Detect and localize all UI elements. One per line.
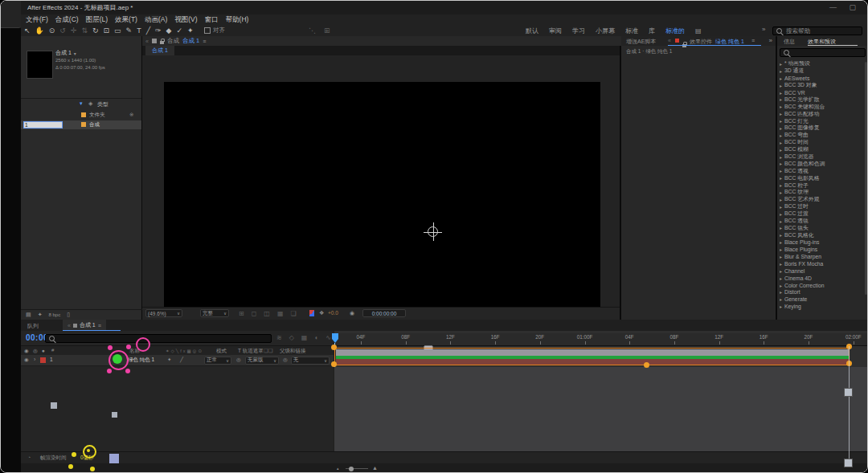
panel-chevron-icon[interactable]: « xyxy=(668,38,671,43)
trkmat-dropdown[interactable]: 无蒙版 ∨ xyxy=(245,357,279,365)
effect-category-row[interactable]: ▸Color Correction xyxy=(780,282,863,289)
timecode-display[interactable]: 0:00:00:00 xyxy=(362,309,406,317)
selection-handle[interactable] xyxy=(644,362,649,368)
graph-editor-icon[interactable]: ∿ xyxy=(326,332,331,344)
layer-row[interactable]: ◉ › 1 绿色 纯色 1 ✦ ╱ 正常 ∨ ◎ 无蒙版 ∨ ◎ 无 xyxy=(21,355,334,366)
menu-item[interactable]: 动画(A) xyxy=(145,15,167,25)
disclosure-icon[interactable]: ▸ xyxy=(780,239,782,245)
project-row-comp[interactable]: 合成 xyxy=(21,120,141,129)
sort-arrow-icon[interactable]: ▾ xyxy=(80,100,83,107)
disclosure-icon[interactable]: ▸ xyxy=(780,261,782,267)
comp-viewer-tab[interactable]: 合成 1 xyxy=(145,46,174,55)
rename-input[interactable] xyxy=(23,121,63,128)
effect-category-row[interactable]: ▸BCC 3D 对象 xyxy=(780,82,863,89)
clone-stamp-tool[interactable]: ✑ xyxy=(155,25,162,36)
disclosure-icon[interactable]: ▸ xyxy=(780,104,782,109)
magnification-dropdown[interactable]: (49.6%) ∨ xyxy=(145,309,182,317)
effect-category-row[interactable]: ▸Generate xyxy=(780,296,863,303)
workspace-tab[interactable]: 审阅 xyxy=(549,27,562,35)
puppet-pin-tool[interactable]: ✦ xyxy=(187,25,194,36)
type-column-header[interactable]: 类型 xyxy=(97,100,108,108)
zoom-out-icon[interactable]: ▴ xyxy=(337,466,339,471)
comp-label-swatch[interactable] xyxy=(81,122,86,127)
disclosure-icon[interactable]: ▸ xyxy=(780,147,782,153)
rotation-tool[interactable]: ↻ xyxy=(92,25,99,36)
toggle-switches-icon[interactable]: ❏❏ xyxy=(264,348,273,354)
disclosure-icon[interactable]: ▸ xyxy=(780,182,782,188)
effects-search-input[interactable] xyxy=(792,48,862,57)
composition-canvas[interactable] xyxy=(164,82,600,323)
exposure-icon[interactable]: ❖ xyxy=(319,310,324,316)
pen-tool[interactable]: ✎ xyxy=(126,25,133,36)
new-composition-icon[interactable]: ✦ xyxy=(38,312,43,318)
workspace-tab[interactable]: 标准 xyxy=(625,27,638,35)
menu-item[interactable]: 文件(F) xyxy=(26,15,48,25)
disclosure-icon[interactable]: ▸ xyxy=(780,218,782,224)
track-area[interactable] xyxy=(334,367,867,451)
info-panel-tab[interactable]: 信息 xyxy=(784,38,795,46)
effect-category-row[interactable]: ▸Channel xyxy=(780,267,863,275)
mask-toggle-icon[interactable]: ◻ xyxy=(252,308,257,320)
solo-icon[interactable]: ● xyxy=(42,348,45,353)
parent-dropdown[interactable]: 无 ∨ xyxy=(291,357,330,365)
workspace-overflow-icon[interactable]: » xyxy=(762,26,765,33)
menu-item[interactable]: 效果(T) xyxy=(115,15,137,25)
disclosure-icon[interactable]: ▸ xyxy=(780,168,782,173)
view-layout-icon[interactable]: ❏ xyxy=(290,308,296,320)
parent-column-header[interactable]: 父级和链接 xyxy=(280,348,306,355)
shy-switch-icon[interactable]: ✦ xyxy=(167,357,171,363)
region-of-interest-icon[interactable]: ◫ xyxy=(264,308,270,320)
eye-icon[interactable]: ◉ xyxy=(24,348,29,354)
disclosure-icon[interactable]: ▸ xyxy=(780,90,782,96)
workspace-tab[interactable]: 库 xyxy=(649,27,655,35)
zoom-tool[interactable]: ⊙ xyxy=(49,25,55,36)
dolly-camera-tool[interactable]: ⇅ xyxy=(81,25,88,36)
selection-tool[interactable]: ↖ xyxy=(24,25,31,36)
disclosure-icon[interactable]: ▸ xyxy=(780,254,782,259)
effect-category-row[interactable]: ▸BCC 风格化 xyxy=(780,231,863,239)
grid-guides-icon[interactable]: ⊞ xyxy=(239,308,244,320)
disclosure-icon[interactable]: ▸ xyxy=(780,304,782,309)
transparency-grid-icon[interactable]: ▦ xyxy=(277,308,284,320)
twirl-icon[interactable]: › xyxy=(34,357,35,362)
roto-brush-tool[interactable]: ✓ xyxy=(177,25,183,36)
menu-item[interactable]: 帮助(H) xyxy=(226,15,249,25)
comp-panel-label[interactable]: 合成 xyxy=(167,37,179,45)
disclosure-icon[interactable]: ▸ xyxy=(780,190,782,195)
panel-menu-icon[interactable]: ≡ xyxy=(203,39,206,44)
type-tool[interactable]: T xyxy=(137,25,141,36)
layer-label-swatch[interactable] xyxy=(40,357,46,363)
disclosure-icon[interactable]: ▸ xyxy=(780,211,782,217)
chevron-down-icon[interactable]: ▾ xyxy=(74,51,76,56)
zoom-in-icon[interactable]: ▲ xyxy=(372,465,378,471)
exposure-value[interactable]: +0.0 xyxy=(328,310,338,316)
pan-behind-tool[interactable]: ⊡ xyxy=(104,25,110,36)
time-ruler[interactable]: 04F08F12F16F20F01:00F04F08F12F16F20F02:0… xyxy=(334,333,867,346)
selection-handle[interactable] xyxy=(331,345,337,350)
panel-menu-icon[interactable]: ≡ xyxy=(751,38,755,43)
trkmat-column-header[interactable]: T 轨道遮罩 xyxy=(238,348,264,355)
script-panel-tab[interactable]: 增强AE脚本 xyxy=(626,38,656,46)
bit-depth-indicator[interactable]: 8 bpc xyxy=(49,312,61,317)
disclosure-icon[interactable]: ▸ xyxy=(780,125,782,131)
shape-tool[interactable]: ▭ xyxy=(114,25,121,36)
comp-panel-active-item[interactable]: 合成 1 xyxy=(182,37,199,45)
snap-checkbox-icon[interactable] xyxy=(204,27,211,34)
panel-overflow-icon[interactable]: » xyxy=(769,37,772,44)
timeline-search-box[interactable] xyxy=(45,334,272,343)
lock-icon[interactable] xyxy=(160,41,164,44)
disclosure-icon[interactable]: ▸ xyxy=(780,154,782,160)
resolution-dropdown[interactable]: 完整 ∨ xyxy=(200,309,229,317)
disclosure-icon[interactable]: ▸ xyxy=(780,161,782,166)
brush-tool[interactable]: ╱ xyxy=(146,25,150,36)
timeline-search-input[interactable] xyxy=(57,334,268,343)
render-queue-tab[interactable]: 队列 xyxy=(27,322,39,330)
comp-viewer-area[interactable] xyxy=(142,55,620,308)
effect-category-row[interactable]: ▸Boris FX Mocha xyxy=(780,260,863,267)
draft-3d-icon[interactable]: ◇ xyxy=(289,332,294,344)
pan-camera-tool[interactable]: ✛ xyxy=(71,25,77,36)
minimize-button[interactable]: — xyxy=(829,3,837,11)
disclosure-icon[interactable]: ▸ xyxy=(780,232,782,238)
pixel-aspect-icon[interactable] xyxy=(309,310,314,316)
hand-tool[interactable]: ✋ xyxy=(35,25,44,36)
